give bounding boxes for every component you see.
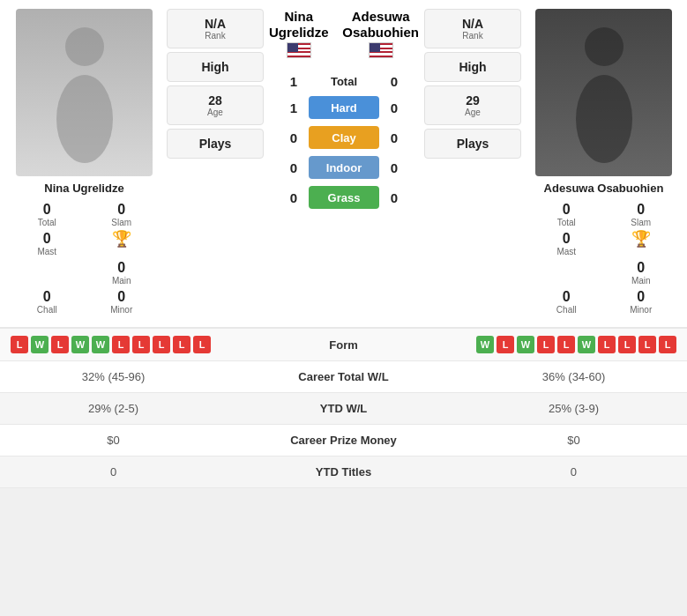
- form-badge-p1-w: W: [92, 336, 109, 353]
- total-row: 1 Total 0: [269, 71, 419, 93]
- form-badge-p1-l: L: [51, 336, 69, 353]
- player1-info-panel: N/A Rank High 28 Age Plays: [167, 9, 264, 159]
- player2-chall: 0 Chall: [534, 289, 600, 315]
- player2-main: 0 Main: [609, 260, 675, 286]
- bottom-section: LWLWWLLLLL Form WLWLLWLLLL 32% (45-96)Ca…: [0, 327, 687, 488]
- player2-silhouette: [535, 9, 672, 176]
- hard-row: 1 Hard 0: [269, 93, 419, 122]
- grass-row: 0 Grass 0: [269, 182, 419, 212]
- form-badge-p2-l: L: [598, 336, 616, 353]
- player1-rank-box: N/A Rank: [167, 9, 264, 48]
- player2-minor: 0 Minor: [609, 289, 675, 315]
- player2-age-box: 29 Age: [424, 85, 521, 125]
- form-badge-p1-l: L: [173, 336, 190, 353]
- player1-trophy: 🏆: [89, 231, 155, 256]
- player2-rank-box: N/A Rank: [424, 9, 521, 48]
- player2-flag: [369, 42, 393, 58]
- player2-high-box: High: [424, 52, 521, 82]
- form-badge-p2-w: W: [476, 336, 494, 353]
- form-badge-p1-w: W: [71, 336, 89, 353]
- stat-p1-3: 0: [0, 456, 227, 488]
- svg-point-3: [576, 75, 632, 163]
- form-badge-p1-l: L: [11, 336, 28, 353]
- stat-p2-3: 0: [460, 456, 687, 488]
- player1-total: 0 Total: [14, 202, 80, 227]
- stat-p2-1: 25% (3-9): [460, 393, 687, 425]
- stat-p1-1: 29% (2-5): [0, 393, 227, 425]
- player1-stats: 0 Total 0 Slam 0 Mast 🏆 0 Main: [7, 202, 161, 315]
- svg-point-0: [65, 27, 104, 66]
- form-label: Form: [233, 338, 455, 352]
- form-badge-p2-l: L: [638, 336, 656, 353]
- player1-form-badges: LWLWWLLLLL: [11, 336, 233, 353]
- top-cards-row: Nina Ugrelidze 0 Total 0 Slam 0 Mast 🏆: [0, 0, 687, 323]
- player1-name-center: NinaUgrelidze: [269, 9, 329, 58]
- form-badge-p2-l: L: [659, 336, 676, 353]
- stat-label-0: Career Total W/L: [227, 361, 460, 393]
- player2-avatar: [535, 9, 672, 176]
- center-column: NinaUgrelidze AdesuwaOsabuohien 1: [269, 9, 419, 212]
- player1-avatar: [16, 9, 153, 176]
- form-badge-p1-l: L: [193, 336, 211, 353]
- player1-main: 0 Main: [89, 260, 155, 286]
- indoor-row: 0 Indoor 0: [269, 152, 419, 182]
- stat-label-3: YTD Titles: [227, 456, 460, 488]
- player1-high-box: High: [167, 52, 264, 82]
- player1-silhouette: [16, 9, 153, 176]
- clay-row: 0 Clay 0: [269, 122, 419, 152]
- stats-row-1: 29% (2-5)YTD W/L25% (3-9): [0, 393, 687, 425]
- player1-minor: 0 Minor: [89, 289, 155, 315]
- form-badge-p1-l: L: [153, 336, 170, 353]
- player1-chall: 0 Chall: [14, 289, 80, 315]
- player2-name-center: AdesuwaOsabuohien: [342, 9, 419, 58]
- stats-row-3: 0YTD Titles0: [0, 456, 687, 488]
- form-badge-p2-l: L: [537, 336, 555, 353]
- form-badge-p1-l: L: [112, 336, 130, 353]
- stat-label-2: Career Prize Money: [227, 425, 460, 456]
- svg-point-1: [56, 75, 113, 163]
- player1-slam: 0 Slam: [89, 202, 155, 227]
- player1-flag: [287, 42, 311, 58]
- stats-row-2: $0Career Prize Money$0: [0, 425, 687, 456]
- player1-age-box: 28 Age: [167, 85, 264, 125]
- stat-p2-0: 36% (34-60): [460, 361, 687, 393]
- main-container: Nina Ugrelidze 0 Total 0 Slam 0 Mast 🏆: [0, 0, 687, 488]
- player2-card: Adesuwa Osabuohien 0 Total 0 Slam 0 Mast…: [526, 9, 681, 315]
- stat-label-1: YTD W/L: [227, 393, 460, 425]
- stat-p2-2: $0: [460, 425, 687, 456]
- form-badge-p2-l: L: [618, 336, 636, 353]
- player2-mast: 0 Mast: [534, 231, 600, 256]
- stats-table: 32% (45-96)Career Total W/L36% (34-60)29…: [0, 361, 687, 488]
- player1-name: Nina Ugrelidze: [44, 182, 123, 195]
- form-badge-p2-w: W: [578, 336, 595, 353]
- form-badge-p1-l: L: [132, 336, 150, 353]
- form-badge-p1-w: W: [31, 336, 49, 353]
- player2-trophy: 🏆: [609, 231, 675, 256]
- player1-plays-box: Plays: [167, 129, 264, 159]
- player2-slam: 0 Slam: [609, 202, 675, 227]
- player2-total: 0 Total: [534, 202, 600, 227]
- player2-stats: 0 Total 0 Slam 0 Mast 🏆 0 Main: [526, 202, 681, 315]
- player2-form-badges: WLWLLWLLLL: [454, 336, 676, 353]
- stat-p1-0: 32% (45-96): [0, 361, 227, 393]
- form-row: LWLWWLLLLL Form WLWLLWLLLL: [0, 329, 687, 361]
- player1-card: Nina Ugrelidze 0 Total 0 Slam 0 Mast 🏆: [7, 9, 161, 315]
- trophy-icon: 🏆: [112, 231, 131, 247]
- trophy-icon-2: 🏆: [631, 231, 651, 247]
- form-badge-p2-l: L: [557, 336, 575, 353]
- player2-plays-box: Plays: [424, 129, 521, 159]
- stat-p1-2: $0: [0, 425, 227, 456]
- svg-point-2: [585, 27, 624, 66]
- player1-mast: 0 Mast: [14, 231, 80, 256]
- form-badge-p2-w: W: [517, 336, 534, 353]
- surface-table: 1 Total 0 1 Hard 0 0 Clay 0 0: [269, 71, 419, 212]
- form-badge-p2-l: L: [497, 336, 514, 353]
- stats-row-0: 32% (45-96)Career Total W/L36% (34-60): [0, 361, 687, 393]
- player2-name: Adesuwa Osabuohien: [544, 182, 664, 195]
- player2-info-panel: N/A Rank High 29 Age Plays: [424, 9, 521, 159]
